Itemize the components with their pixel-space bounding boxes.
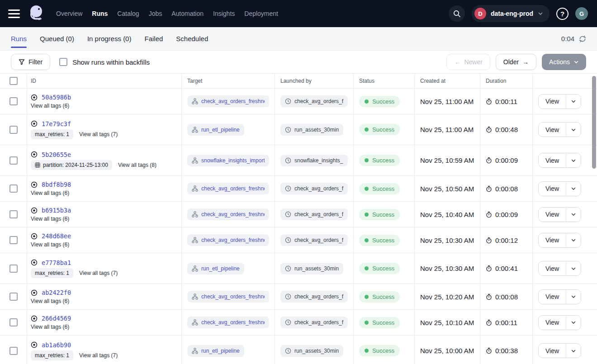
nav-automation[interactable]: Automation <box>171 10 204 17</box>
scrollbar-thumb[interactable] <box>592 76 596 169</box>
run-id-link[interactable]: ab1a6b90 <box>42 341 71 349</box>
view-button[interactable]: View <box>539 123 566 137</box>
view-all-tags-link[interactable]: View all tags (6) <box>31 298 69 304</box>
newer-button[interactable]: ← Newer <box>446 54 490 70</box>
row-checkbox[interactable] <box>9 293 18 301</box>
help-icon[interactable]: ? <box>556 8 569 20</box>
view-button[interactable]: View <box>539 233 566 247</box>
row-checkbox[interactable] <box>9 156 18 165</box>
run-id-link[interactable]: e7778ba1 <box>42 259 71 266</box>
tab-failed[interactable]: Failed <box>144 27 163 50</box>
nav-insights[interactable]: Insights <box>213 10 235 17</box>
launched-by-pill[interactable]: check_avg_orders_f… <box>280 208 348 220</box>
tab-queued[interactable]: Queued (0) <box>40 27 74 50</box>
view-dropdown-button[interactable] <box>566 208 581 222</box>
view-all-tags-link[interactable]: View all tags (6) <box>31 241 69 248</box>
view-dropdown-button[interactable] <box>566 344 581 358</box>
view-all-tags-link[interactable]: View all tags (6) <box>31 190 69 196</box>
run-id-link[interactable]: ab2422f0 <box>42 289 71 296</box>
view-all-tags-link[interactable]: View all tags (6) <box>31 216 69 222</box>
view-dropdown-button[interactable] <box>566 182 581 196</box>
tag-pill[interactable]: partition: 2024-11-25-13:00 <box>31 160 112 170</box>
target-pill[interactable]: check_avg_orders_freshne <box>187 95 269 107</box>
filter-button[interactable]: Filter <box>11 54 50 70</box>
row-checkbox[interactable] <box>9 318 18 326</box>
target-pill[interactable]: check_avg_orders_freshne <box>187 208 269 220</box>
launched-by-pill[interactable]: check_avg_orders_f… <box>280 234 348 246</box>
show-backfills-option[interactable]: Show runs within backfills <box>59 58 150 66</box>
view-all-tags-link[interactable]: View all tags (6) <box>31 103 69 109</box>
target-pill[interactable]: check_avg_orders_freshne <box>187 234 269 246</box>
tab-in-progress[interactable]: In progress (0) <box>87 27 132 50</box>
row-checkbox[interactable] <box>9 236 18 244</box>
launched-by-pill[interactable]: run_assets_30min <box>280 345 343 357</box>
run-id-link[interactable]: 5b20655e <box>42 151 71 158</box>
row-checkbox[interactable] <box>9 126 18 134</box>
view-dropdown-button[interactable] <box>566 95 581 109</box>
target-pill[interactable]: check_avg_orders_freshne <box>187 291 269 303</box>
view-all-tags-link[interactable]: View all tags (7) <box>79 270 118 276</box>
launched-by-pill[interactable]: check_avg_orders_f… <box>280 183 348 194</box>
target-pill[interactable]: run_etl_pipeline <box>187 345 244 357</box>
backfills-checkbox[interactable] <box>59 58 67 66</box>
launched-by-pill[interactable]: check_avg_orders_f… <box>280 317 348 328</box>
view-all-tags-link[interactable]: View all tags (6) <box>31 324 69 330</box>
view-button[interactable]: View <box>539 316 566 330</box>
run-id-link[interactable]: b6915b3a <box>42 207 71 214</box>
view-dropdown-button[interactable] <box>566 153 581 167</box>
nav-runs[interactable]: Runs <box>92 10 108 17</box>
tag-pill[interactable]: max_retries: 1 <box>31 129 73 139</box>
tab-scheduled[interactable]: Scheduled <box>176 27 208 50</box>
run-id-link[interactable]: 17e79c3f <box>42 120 71 128</box>
view-all-tags-link[interactable]: View all tags (8) <box>118 162 156 168</box>
run-id-link[interactable]: 8bdf8b98 <box>42 181 71 188</box>
search-icon[interactable] <box>449 5 465 22</box>
view-dropdown-button[interactable] <box>566 123 581 137</box>
tag-pill[interactable]: max_retries: 1 <box>31 350 73 360</box>
row-checkbox[interactable] <box>9 265 18 273</box>
run-id-link[interactable]: 248d68ee <box>42 232 71 240</box>
view-button[interactable]: View <box>539 344 566 358</box>
target-pill[interactable]: check_avg_orders_freshne <box>187 317 269 328</box>
view-button[interactable]: View <box>539 208 566 222</box>
launched-by-pill[interactable]: check_avg_orders_f… <box>280 95 348 107</box>
deployment-switcher[interactable]: D data-eng-prod <box>472 5 550 22</box>
nav-deployment[interactable]: Deployment <box>244 10 278 17</box>
hamburger-menu-icon[interactable] <box>8 9 20 18</box>
view-button[interactable]: View <box>539 261 566 275</box>
view-all-tags-link[interactable]: View all tags (7) <box>79 131 118 137</box>
tag-pill[interactable]: max_retries: 1 <box>31 268 73 278</box>
tab-runs[interactable]: Runs <box>11 27 27 50</box>
user-avatar[interactable]: G <box>575 7 588 20</box>
target-pill[interactable]: snowflake_insights_import <box>187 155 269 166</box>
run-id-link[interactable]: 50a5986b <box>42 94 71 101</box>
view-button[interactable]: View <box>539 290 566 304</box>
refresh-icon[interactable] <box>579 35 586 43</box>
target-pill[interactable]: check_avg_orders_freshne <box>187 183 269 194</box>
launched-by-pill[interactable]: check_avg_orders_f… <box>280 291 348 303</box>
row-checkbox[interactable] <box>9 210 18 218</box>
row-checkbox[interactable] <box>9 97 18 105</box>
view-all-tags-link[interactable]: View all tags (7) <box>79 352 118 359</box>
nav-catalog[interactable]: Catalog <box>117 10 139 17</box>
view-dropdown-button[interactable] <box>566 290 581 304</box>
row-checkbox[interactable] <box>9 347 18 355</box>
nav-jobs[interactable]: Jobs <box>149 10 162 17</box>
select-all-checkbox[interactable] <box>9 77 18 85</box>
actions-button[interactable]: Actions <box>542 54 586 70</box>
launched-by-pill[interactable]: snowflake_insights_… <box>280 155 348 166</box>
view-button[interactable]: View <box>539 182 566 196</box>
target-pill[interactable]: run_etl_pipeline <box>187 263 244 274</box>
launched-by-pill[interactable]: run_assets_30min <box>280 124 343 136</box>
row-checkbox[interactable] <box>9 184 18 193</box>
nav-overview[interactable]: Overview <box>56 10 82 17</box>
dagster-logo[interactable] <box>27 4 45 23</box>
older-button[interactable]: Older → <box>496 54 536 70</box>
view-dropdown-button[interactable] <box>566 233 581 247</box>
view-dropdown-button[interactable] <box>566 316 581 330</box>
view-button[interactable]: View <box>539 153 566 167</box>
launched-by-pill[interactable]: run_assets_30min <box>280 263 343 274</box>
run-id-link[interactable]: 266d4569 <box>42 315 71 322</box>
view-button[interactable]: View <box>539 95 566 109</box>
view-dropdown-button[interactable] <box>566 261 581 275</box>
